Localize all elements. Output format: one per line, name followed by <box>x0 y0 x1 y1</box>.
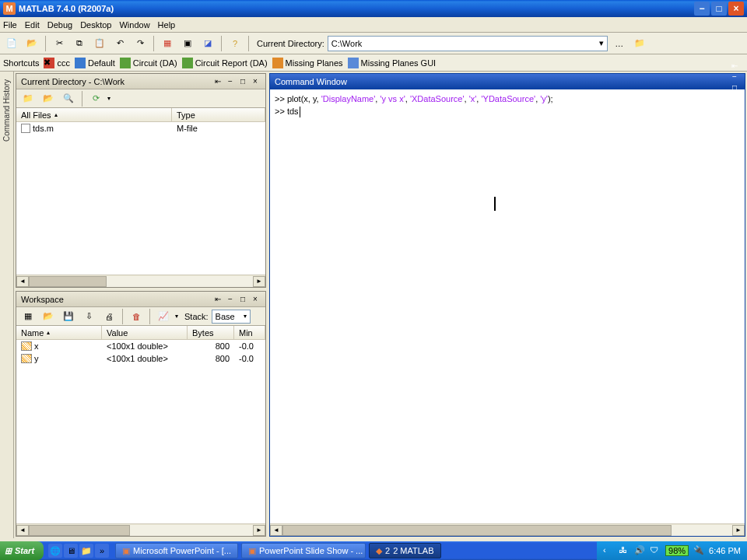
col-name[interactable]: Name ▴ <box>16 326 102 339</box>
panel-max-icon[interactable]: □ <box>237 76 248 87</box>
guide-icon[interactable]: ▣ <box>179 35 196 52</box>
ql-chevron-icon[interactable]: » <box>95 544 109 558</box>
matlab-main-window: M MATLAB 7.4.0 (R2007a) − □ × File Edit … <box>0 0 747 560</box>
shortcut-circuit-da[interactable]: Circuit (DA) <box>120 58 177 68</box>
panel-min-icon[interactable]: − <box>729 71 740 82</box>
cut-icon[interactable]: ✂ <box>51 35 68 52</box>
ws-new-icon[interactable]: ▦ <box>19 308 37 325</box>
tray-power-icon[interactable]: 🔌 <box>693 545 704 556</box>
scroll-left-icon[interactable]: ◄ <box>270 525 282 536</box>
command-history-tab[interactable]: Command History <box>0 72 14 538</box>
ws-print-icon[interactable]: 🖨 <box>100 308 117 325</box>
tray-chevron-icon[interactable]: ‹ <box>603 545 614 556</box>
redo-icon[interactable]: ↷ <box>132 35 149 52</box>
col-value[interactable]: Value <box>102 326 188 339</box>
browse-dir-button[interactable]: … <box>611 35 628 52</box>
variable-icon <box>21 354 32 363</box>
cd-hscroll[interactable]: ◄ ► <box>16 275 265 287</box>
system-tray[interactable]: ‹ 🖧 🔊 🛡 98% 🔌 6:46 PM <box>597 541 747 560</box>
taskbar-item-powerpoint[interactable]: ▣Microsoft PowerPoint - [... <box>115 543 238 558</box>
scroll-right-icon[interactable]: ► <box>253 276 265 287</box>
current-directory-title[interactable]: Current Directory - C:\Work ⇤ − □ × <box>16 74 265 89</box>
main-area: Command History Current Directory - C:\W… <box>0 72 747 538</box>
list-item[interactable]: tds.m M-file <box>16 122 265 135</box>
battery-indicator[interactable]: 98% <box>665 545 689 556</box>
close-button[interactable]: × <box>728 2 744 16</box>
taskbar-item-slideshow[interactable]: ▣PowerPoint Slide Show - ... <box>241 543 366 558</box>
menu-window[interactable]: Window <box>119 20 149 30</box>
taskbar-item-matlab[interactable]: ◆2 2 MATLAB <box>369 543 441 558</box>
command-window-title[interactable]: Command Window ⇤ − □ × <box>270 74 745 89</box>
ws-open-icon[interactable]: 📂 <box>40 308 57 325</box>
panel-min-icon[interactable]: − <box>225 294 236 305</box>
workspace-title[interactable]: Workspace ⇤ − □ × <box>16 292 265 307</box>
cmd-hscroll[interactable]: ◄ ► <box>270 523 745 536</box>
stack-select[interactable]: Base▾ <box>212 310 251 324</box>
menu-file[interactable]: File <box>3 20 17 30</box>
col-all-files[interactable]: All Files ▴ <box>16 108 172 121</box>
ws-list-body[interactable]: x <100x1 double> 800 -0.0 y <100x1 doubl… <box>16 340 265 523</box>
cd-list-body[interactable]: tds.m M-file <box>16 122 265 275</box>
shortcut-default[interactable]: Default <box>75 58 115 68</box>
desktop-icon[interactable]: 🖥 <box>64 544 78 558</box>
ws-import-icon[interactable]: ⇩ <box>80 308 97 325</box>
explorer-icon[interactable]: 📁 <box>79 544 93 558</box>
cd-up-icon[interactable]: 📁 <box>19 90 37 107</box>
menu-debug[interactable]: Debug <box>47 20 72 30</box>
shortcut-missing-planes[interactable]: Missing Planes <box>272 58 343 68</box>
col-type[interactable]: Type <box>172 108 265 121</box>
cd-find-icon[interactable]: 🔍 <box>60 90 77 107</box>
help-icon[interactable]: ? <box>226 35 244 52</box>
copy-icon[interactable]: ⧉ <box>71 35 88 52</box>
tray-network-icon[interactable]: 🖧 <box>619 545 630 556</box>
col-bytes[interactable]: Bytes <box>188 326 234 339</box>
panel-close-icon[interactable]: × <box>250 76 261 87</box>
text-cursor <box>300 107 300 117</box>
windows-start-button[interactable]: ⊞ Start <box>0 541 44 560</box>
cd-refresh-icon[interactable]: ⟳ <box>87 90 104 107</box>
panel-dock-icon[interactable]: ⇤ <box>212 294 223 305</box>
panel-max-icon[interactable]: □ <box>237 294 248 305</box>
scroll-left-icon[interactable]: ◄ <box>16 525 29 536</box>
paste-icon[interactable]: 📋 <box>91 35 108 52</box>
menu-help[interactable]: Help <box>158 20 176 30</box>
go-up-icon[interactable]: 📁 <box>631 35 648 52</box>
current-dir-input[interactable]: C:\Work▾ <box>328 36 608 51</box>
ws-delete-icon[interactable]: 🗑 <box>128 308 145 325</box>
powerpoint-icon: ▣ <box>248 546 256 556</box>
profiler-icon[interactable]: ◪ <box>199 35 216 52</box>
shortcut-circuit-report-da[interactable]: Circuit Report (DA) <box>182 58 268 68</box>
ie-icon[interactable]: 🌐 <box>48 544 62 558</box>
tray-volume-icon[interactable]: 🔊 <box>634 545 645 556</box>
menu-edit[interactable]: Edit <box>25 20 40 30</box>
ws-hscroll[interactable]: ◄ ► <box>16 523 265 536</box>
open-file-icon[interactable]: 📂 <box>23 35 40 52</box>
table-row[interactable]: y <100x1 double> 800 -0.0 <box>16 352 265 365</box>
clock[interactable]: 6:46 PM <box>709 546 741 555</box>
undo-icon[interactable]: ↶ <box>111 35 128 52</box>
scroll-left-icon[interactable]: ◄ <box>16 276 29 287</box>
table-row[interactable]: x <100x1 double> 800 -0.0 <box>16 340 265 352</box>
scroll-right-icon[interactable]: ► <box>253 525 265 536</box>
shortcut-ccc[interactable]: ✖ccc <box>44 58 70 68</box>
col-min[interactable]: Min <box>234 326 265 339</box>
shortcut-missing-planes-gui[interactable]: Missing Planes GUI <box>348 58 437 68</box>
cd-new-icon[interactable]: 📂 <box>40 90 57 107</box>
command-window-input[interactable]: >> plot(x, y, 'DisplayName', 'y vs x', '… <box>270 89 745 523</box>
maximize-button[interactable]: □ <box>711 2 727 16</box>
panel-min-icon[interactable]: − <box>225 76 236 87</box>
panel-dock-icon[interactable]: ⇤ <box>212 76 223 87</box>
ws-plot-icon[interactable]: 📈 <box>155 308 172 325</box>
tray-shield-icon[interactable]: 🛡 <box>650 545 661 556</box>
minimize-button[interactable]: − <box>694 2 710 16</box>
scroll-right-icon[interactable]: ► <box>732 525 745 536</box>
new-file-icon[interactable]: 📄 <box>3 35 20 52</box>
menu-desktop[interactable]: Desktop <box>80 20 111 30</box>
titlebar[interactable]: M MATLAB 7.4.0 (R2007a) − □ × <box>0 0 747 17</box>
panel-dock-icon[interactable]: ⇤ <box>729 60 740 71</box>
ws-save-icon[interactable]: 💾 <box>60 308 77 325</box>
panel-close-icon[interactable]: × <box>250 294 261 305</box>
cd-list-header: All Files ▴ Type <box>16 108 265 122</box>
simulink-icon[interactable]: ▦ <box>159 35 176 52</box>
mfile-icon <box>21 124 30 133</box>
